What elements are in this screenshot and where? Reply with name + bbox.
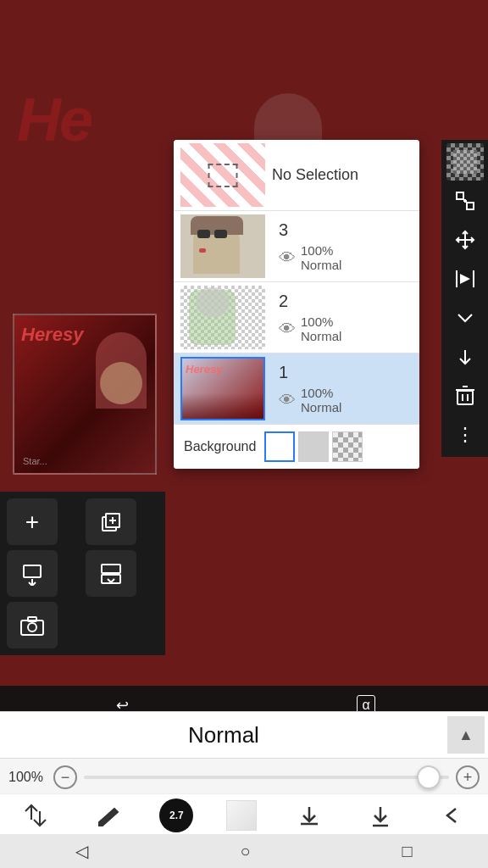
transform-button[interactable] [446, 182, 484, 220]
layer-row-1[interactable]: Heresy 1 👁 100% Normal [174, 353, 419, 425]
layer-1-blend: Normal [301, 400, 341, 415]
layer-2-details: 2 👁 100% Normal [272, 292, 397, 343]
layer-2-thumbnail [180, 286, 265, 349]
background-white-option[interactable] [264, 431, 295, 462]
check-tool[interactable] [361, 796, 400, 835]
right-toolbar: ⋮ [441, 140, 488, 457]
background-label: Background [184, 439, 256, 454]
more-options-button[interactable]: ⋮ [446, 416, 484, 453]
layers-panel: No Selection 3 👁 100% Normal [174, 140, 419, 469]
layer-2-number: 2 [279, 292, 288, 311]
download-tool[interactable] [290, 796, 329, 835]
svg-point-26 [28, 623, 36, 632]
layer-3-details: 3 👁 100% Normal [272, 220, 397, 272]
layer-row-2[interactable]: 2 👁 100% Normal [174, 282, 419, 353]
nav-home-button[interactable]: ○ [240, 842, 250, 861]
svg-rect-0 [457, 192, 463, 199]
svg-rect-22 [102, 565, 120, 573]
pen-tool[interactable] [88, 796, 127, 835]
layer-2-opacity: 100% [301, 314, 341, 329]
layer-2-blend: Normal [301, 329, 341, 343]
layer-2-visibility[interactable]: 👁 [279, 320, 296, 339]
thumbnail-author: Star... [23, 456, 47, 466]
layer-3-blend: Normal [301, 258, 341, 272]
layer-3-opacity: 100% [301, 243, 341, 258]
svg-rect-20 [24, 565, 41, 577]
no-selection-thumbnail [180, 143, 265, 207]
zoom-slider[interactable] [84, 776, 449, 779]
svg-marker-8 [460, 274, 470, 284]
dashed-selection-indicator [208, 164, 238, 187]
no-selection-row[interactable]: No Selection [174, 140, 419, 211]
layer-3-thumbnail [180, 214, 265, 278]
brush-size-indicator[interactable]: 2.7 [159, 798, 193, 832]
duplicate-layer-button[interactable] [86, 498, 136, 545]
blend-mode-bar: Normal ▲ [0, 711, 488, 758]
svg-marker-31 [99, 809, 118, 826]
flip-button[interactable] [446, 260, 484, 298]
delete-button[interactable] [446, 377, 484, 415]
svg-rect-10 [458, 391, 473, 404]
canvas-paper-tool[interactable] [226, 800, 257, 831]
brush-size-value: 2.7 [169, 810, 184, 821]
layer-3-number: 3 [279, 220, 288, 240]
merge-down-button[interactable] [86, 550, 136, 597]
zoom-plus-button[interactable]: + [456, 765, 480, 789]
background-checker-option[interactable] [332, 431, 363, 462]
svg-rect-27 [28, 617, 36, 621]
layer-1-visibility[interactable]: 👁 [279, 391, 296, 410]
layer-1-thumbnail: Heresy [180, 357, 265, 420]
layer-3-visibility[interactable]: 👁 [279, 248, 296, 268]
camera-button[interactable] [7, 602, 58, 648]
add-layer-button[interactable]: + [7, 498, 58, 545]
add-below-button[interactable] [7, 550, 58, 597]
blend-mode-label: Normal [0, 722, 447, 748]
svg-rect-1 [467, 203, 474, 209]
no-selection-label: No Selection [272, 166, 358, 184]
layer-1-opacity: 100% [301, 386, 341, 400]
checker-pattern-button[interactable] [446, 143, 484, 181]
zoom-minus-button[interactable]: − [53, 765, 77, 789]
layer-1-details: 1 👁 100% Normal [272, 363, 397, 415]
swap-tool[interactable] [16, 796, 55, 835]
collapse-button[interactable] [446, 299, 484, 337]
canvas-thumbnail: Heresy Star... [13, 314, 157, 475]
layer-1-number: 1 [279, 363, 288, 382]
thumbnail-title-text: Heresy [21, 324, 83, 346]
tools-bar: 2.7 [0, 793, 488, 836]
zoom-slider-handle[interactable] [417, 765, 441, 789]
canvas-bg-decoration: He [17, 85, 92, 154]
background-row: Background [174, 425, 419, 469]
blend-mode-arrow[interactable]: ▲ [447, 716, 485, 754]
back-tool[interactable] [433, 796, 472, 835]
down-arrow-button[interactable] [446, 338, 484, 376]
zoom-percent-label: 100% [8, 770, 47, 785]
layer-row-3[interactable]: 3 👁 100% Normal [174, 211, 419, 282]
move-button[interactable] [446, 221, 484, 259]
layer-controls-panel: + [0, 492, 165, 655]
nav-recent-button[interactable]: □ [402, 842, 412, 861]
nav-back-button[interactable]: ◁ [75, 841, 88, 861]
nav-bar: ◁ ○ □ [0, 834, 488, 868]
background-gray-option[interactable] [298, 431, 329, 462]
zoom-bar: 100% − + [0, 758, 488, 796]
